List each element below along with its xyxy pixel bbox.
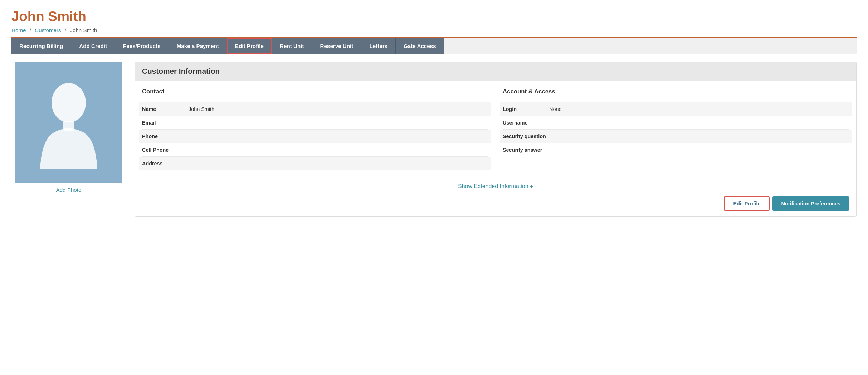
action-btn-add-credit[interactable]: Add Credit [71, 38, 115, 54]
account-row: Security answer [503, 143, 849, 157]
contact-field-label: Name [142, 106, 189, 112]
contact-column: Contact Name John Smith Email Phone Cell… [142, 88, 488, 170]
contact-title: Contact [142, 88, 488, 97]
account-field-label: Login [503, 106, 549, 112]
avatar-section: Add Photo [11, 62, 126, 217]
contact-row: Address [139, 157, 491, 170]
breadcrumb-sep-1: / [30, 27, 31, 33]
breadcrumb: Home / Customers / John Smith [11, 27, 857, 33]
breadcrumb-home[interactable]: Home [11, 27, 26, 33]
account-field-label: Username [503, 120, 549, 126]
account-title: Account & Access [503, 88, 849, 97]
action-btn-make-payment[interactable]: Make a Payment [169, 38, 227, 54]
page-wrapper: John Smith Home / Customers / John Smith… [0, 0, 868, 233]
account-row: Username [503, 116, 849, 130]
svg-rect-1 [63, 121, 74, 131]
breadcrumb-customers[interactable]: Customers [35, 27, 61, 33]
account-field-label: Security answer [503, 147, 549, 153]
customer-info-header: Customer Information [135, 62, 856, 81]
contact-row: Email [142, 116, 488, 130]
avatar-silhouette [29, 76, 108, 169]
edit-profile-button[interactable]: Edit Profile [724, 196, 770, 211]
show-extended-text: Show Extended Information [458, 183, 528, 189]
notification-preferences-button[interactable]: Notification Preferences [772, 196, 849, 211]
info-body: Contact Name John Smith Email Phone Cell… [135, 81, 856, 177]
action-btn-edit-profile[interactable]: Edit Profile [227, 38, 272, 54]
action-btn-gate-access[interactable]: Gate Access [396, 38, 444, 54]
account-field-value: None [549, 106, 849, 112]
breadcrumb-current: John Smith [70, 27, 97, 33]
bottom-buttons: Edit Profile Notification Preferences [135, 193, 856, 216]
account-field-label: Security question [503, 133, 549, 139]
contact-field-label: Cell Phone [142, 147, 189, 153]
page-title: John Smith [11, 9, 857, 24]
account-rows: Login None Username Security question Se… [503, 102, 849, 157]
show-extended-section: Show Extended Information+ [135, 177, 856, 193]
account-row: Security question [500, 130, 852, 143]
contact-rows: Name John Smith Email Phone Cell Phone A… [142, 102, 488, 170]
contact-field-label: Phone [142, 133, 189, 139]
contact-field-label: Email [142, 120, 189, 126]
show-extended-link[interactable]: Show Extended Information+ [458, 183, 533, 189]
customer-info-panel: Customer Information Contact Name John S… [135, 62, 857, 217]
main-content: Add Photo Customer Information Contact N… [11, 54, 857, 224]
add-photo-link[interactable]: Add Photo [56, 187, 82, 193]
contact-field-label: Address [142, 161, 189, 166]
action-btn-recurring-billing[interactable]: Recurring Billing [11, 38, 71, 54]
account-column: Account & Access Login None Username Sec… [503, 88, 849, 170]
plus-icon: + [530, 183, 533, 189]
breadcrumb-sep-2: / [65, 27, 66, 33]
svg-point-0 [52, 83, 86, 122]
action-btn-rent-unit[interactable]: Rent Unit [272, 38, 312, 54]
action-btn-letters[interactable]: Letters [361, 38, 396, 54]
contact-row: Name John Smith [139, 102, 491, 116]
action-btn-reserve-unit[interactable]: Reserve Unit [312, 38, 362, 54]
avatar-box [15, 62, 122, 183]
action-bar: Recurring BillingAdd CreditFees/Products… [11, 38, 857, 54]
action-btn-fees-products[interactable]: Fees/Products [115, 38, 169, 54]
account-row: Login None [500, 102, 852, 116]
info-columns: Contact Name John Smith Email Phone Cell… [142, 88, 849, 170]
contact-row: Phone [139, 130, 491, 143]
contact-field-value: John Smith [189, 106, 488, 112]
contact-row: Cell Phone [142, 143, 488, 157]
